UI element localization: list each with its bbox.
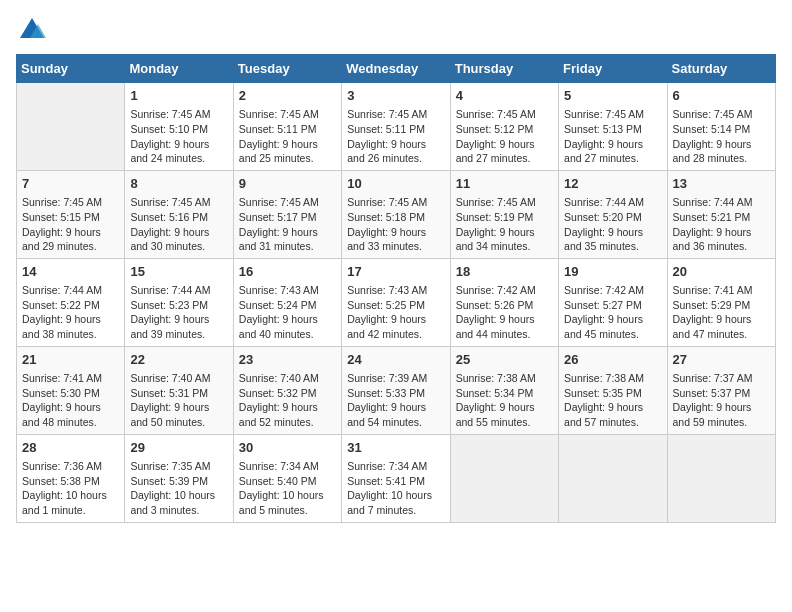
day-number: 6 [673,87,770,105]
calendar-cell [559,434,667,522]
day-content: Sunrise: 7:43 AM Sunset: 5:25 PM Dayligh… [347,283,444,342]
day-number: 22 [130,351,227,369]
day-number: 12 [564,175,661,193]
day-content: Sunrise: 7:35 AM Sunset: 5:39 PM Dayligh… [130,459,227,518]
day-number: 27 [673,351,770,369]
day-number: 28 [22,439,119,457]
calendar-cell: 14Sunrise: 7:44 AM Sunset: 5:22 PM Dayli… [17,258,125,346]
calendar-cell: 7Sunrise: 7:45 AM Sunset: 5:15 PM Daylig… [17,170,125,258]
calendar-cell: 1Sunrise: 7:45 AM Sunset: 5:10 PM Daylig… [125,83,233,171]
day-content: Sunrise: 7:44 AM Sunset: 5:20 PM Dayligh… [564,195,661,254]
calendar-cell: 22Sunrise: 7:40 AM Sunset: 5:31 PM Dayli… [125,346,233,434]
calendar-table: SundayMondayTuesdayWednesdayThursdayFrid… [16,54,776,523]
calendar-cell: 16Sunrise: 7:43 AM Sunset: 5:24 PM Dayli… [233,258,341,346]
day-header-monday: Monday [125,55,233,83]
day-header-friday: Friday [559,55,667,83]
day-content: Sunrise: 7:45 AM Sunset: 5:15 PM Dayligh… [22,195,119,254]
calendar-cell: 9Sunrise: 7:45 AM Sunset: 5:17 PM Daylig… [233,170,341,258]
day-header-sunday: Sunday [17,55,125,83]
day-content: Sunrise: 7:45 AM Sunset: 5:19 PM Dayligh… [456,195,553,254]
calendar-cell: 17Sunrise: 7:43 AM Sunset: 5:25 PM Dayli… [342,258,450,346]
calendar-week-row: 1Sunrise: 7:45 AM Sunset: 5:10 PM Daylig… [17,83,776,171]
calendar-cell: 19Sunrise: 7:42 AM Sunset: 5:27 PM Dayli… [559,258,667,346]
calendar-week-row: 14Sunrise: 7:44 AM Sunset: 5:22 PM Dayli… [17,258,776,346]
calendar-cell: 13Sunrise: 7:44 AM Sunset: 5:21 PM Dayli… [667,170,775,258]
calendar-week-row: 28Sunrise: 7:36 AM Sunset: 5:38 PM Dayli… [17,434,776,522]
day-content: Sunrise: 7:40 AM Sunset: 5:32 PM Dayligh… [239,371,336,430]
calendar-cell: 27Sunrise: 7:37 AM Sunset: 5:37 PM Dayli… [667,346,775,434]
day-number: 26 [564,351,661,369]
day-number: 13 [673,175,770,193]
calendar-cell [450,434,558,522]
day-number: 24 [347,351,444,369]
day-number: 7 [22,175,119,193]
day-number: 15 [130,263,227,281]
calendar-cell: 2Sunrise: 7:45 AM Sunset: 5:11 PM Daylig… [233,83,341,171]
calendar-cell [17,83,125,171]
day-content: Sunrise: 7:38 AM Sunset: 5:35 PM Dayligh… [564,371,661,430]
day-content: Sunrise: 7:41 AM Sunset: 5:30 PM Dayligh… [22,371,119,430]
calendar-cell: 28Sunrise: 7:36 AM Sunset: 5:38 PM Dayli… [17,434,125,522]
calendar-cell: 18Sunrise: 7:42 AM Sunset: 5:26 PM Dayli… [450,258,558,346]
calendar-cell: 26Sunrise: 7:38 AM Sunset: 5:35 PM Dayli… [559,346,667,434]
day-header-saturday: Saturday [667,55,775,83]
day-content: Sunrise: 7:44 AM Sunset: 5:21 PM Dayligh… [673,195,770,254]
logo-icon [18,16,46,44]
day-header-wednesday: Wednesday [342,55,450,83]
day-number: 8 [130,175,227,193]
calendar-cell: 11Sunrise: 7:45 AM Sunset: 5:19 PM Dayli… [450,170,558,258]
calendar-cell: 24Sunrise: 7:39 AM Sunset: 5:33 PM Dayli… [342,346,450,434]
day-content: Sunrise: 7:45 AM Sunset: 5:16 PM Dayligh… [130,195,227,254]
day-content: Sunrise: 7:34 AM Sunset: 5:41 PM Dayligh… [347,459,444,518]
calendar-week-row: 21Sunrise: 7:41 AM Sunset: 5:30 PM Dayli… [17,346,776,434]
day-number: 18 [456,263,553,281]
day-number: 9 [239,175,336,193]
day-content: Sunrise: 7:45 AM Sunset: 5:18 PM Dayligh… [347,195,444,254]
day-header-thursday: Thursday [450,55,558,83]
calendar-week-row: 7Sunrise: 7:45 AM Sunset: 5:15 PM Daylig… [17,170,776,258]
day-content: Sunrise: 7:45 AM Sunset: 5:13 PM Dayligh… [564,107,661,166]
day-number: 11 [456,175,553,193]
calendar-cell: 31Sunrise: 7:34 AM Sunset: 5:41 PM Dayli… [342,434,450,522]
day-content: Sunrise: 7:43 AM Sunset: 5:24 PM Dayligh… [239,283,336,342]
day-content: Sunrise: 7:39 AM Sunset: 5:33 PM Dayligh… [347,371,444,430]
day-content: Sunrise: 7:45 AM Sunset: 5:11 PM Dayligh… [347,107,444,166]
calendar-cell: 3Sunrise: 7:45 AM Sunset: 5:11 PM Daylig… [342,83,450,171]
day-number: 5 [564,87,661,105]
day-content: Sunrise: 7:38 AM Sunset: 5:34 PM Dayligh… [456,371,553,430]
day-content: Sunrise: 7:45 AM Sunset: 5:14 PM Dayligh… [673,107,770,166]
day-content: Sunrise: 7:45 AM Sunset: 5:10 PM Dayligh… [130,107,227,166]
day-number: 14 [22,263,119,281]
day-content: Sunrise: 7:45 AM Sunset: 5:17 PM Dayligh… [239,195,336,254]
page-header [16,16,776,44]
calendar-cell: 29Sunrise: 7:35 AM Sunset: 5:39 PM Dayli… [125,434,233,522]
day-number: 23 [239,351,336,369]
calendar-cell: 4Sunrise: 7:45 AM Sunset: 5:12 PM Daylig… [450,83,558,171]
day-number: 1 [130,87,227,105]
day-number: 10 [347,175,444,193]
day-content: Sunrise: 7:34 AM Sunset: 5:40 PM Dayligh… [239,459,336,518]
calendar-cell: 23Sunrise: 7:40 AM Sunset: 5:32 PM Dayli… [233,346,341,434]
logo [16,16,46,44]
calendar-cell: 21Sunrise: 7:41 AM Sunset: 5:30 PM Dayli… [17,346,125,434]
day-number: 17 [347,263,444,281]
day-content: Sunrise: 7:44 AM Sunset: 5:23 PM Dayligh… [130,283,227,342]
day-content: Sunrise: 7:45 AM Sunset: 5:11 PM Dayligh… [239,107,336,166]
calendar-header-row: SundayMondayTuesdayWednesdayThursdayFrid… [17,55,776,83]
day-header-tuesday: Tuesday [233,55,341,83]
day-number: 25 [456,351,553,369]
day-number: 30 [239,439,336,457]
day-number: 21 [22,351,119,369]
calendar-cell: 25Sunrise: 7:38 AM Sunset: 5:34 PM Dayli… [450,346,558,434]
calendar-cell: 30Sunrise: 7:34 AM Sunset: 5:40 PM Dayli… [233,434,341,522]
day-number: 31 [347,439,444,457]
calendar-cell: 20Sunrise: 7:41 AM Sunset: 5:29 PM Dayli… [667,258,775,346]
day-content: Sunrise: 7:41 AM Sunset: 5:29 PM Dayligh… [673,283,770,342]
calendar-cell: 15Sunrise: 7:44 AM Sunset: 5:23 PM Dayli… [125,258,233,346]
calendar-cell [667,434,775,522]
day-content: Sunrise: 7:37 AM Sunset: 5:37 PM Dayligh… [673,371,770,430]
day-number: 29 [130,439,227,457]
day-number: 2 [239,87,336,105]
day-content: Sunrise: 7:44 AM Sunset: 5:22 PM Dayligh… [22,283,119,342]
calendar-cell: 10Sunrise: 7:45 AM Sunset: 5:18 PM Dayli… [342,170,450,258]
